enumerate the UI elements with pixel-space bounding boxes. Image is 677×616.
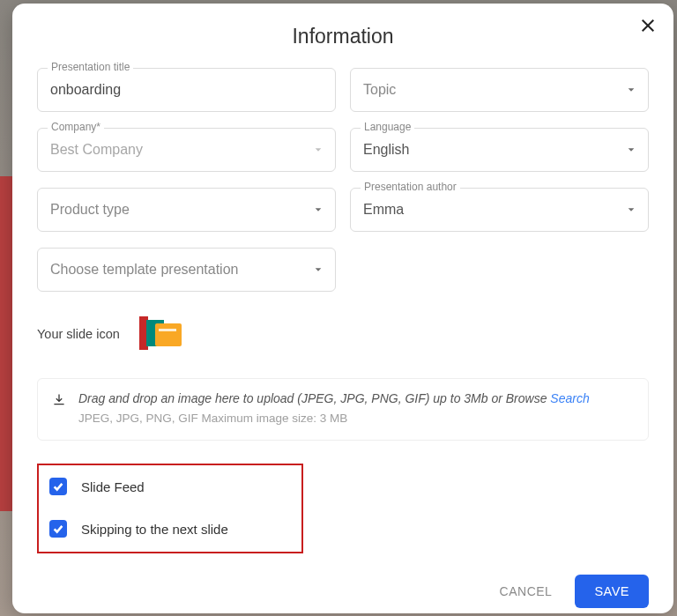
slide-icon-row: Your slide icon (37, 315, 649, 353)
form-left-column: Presentation title Company* Best Company… (37, 68, 336, 292)
company-value: Best Company (50, 142, 143, 158)
chevron-down-icon (314, 265, 323, 274)
template-placeholder: Choose template presentation (50, 262, 238, 278)
highlighted-checkbox-group: Slide Feed Skipping to the next slide (37, 464, 303, 553)
language-select[interactable]: English (350, 128, 649, 172)
form-grid: Presentation title Company* Best Company… (37, 68, 649, 292)
product-type-select[interactable]: Product type (37, 188, 336, 232)
chevron-down-icon (627, 145, 636, 154)
topic-placeholder: Topic (363, 82, 396, 98)
field-label: Language (361, 121, 414, 133)
chevron-down-icon (627, 85, 636, 94)
skipping-label: Skipping to the next slide (81, 522, 228, 537)
presentation-title-field: Presentation title (37, 68, 336, 112)
chevron-down-icon (314, 145, 323, 154)
form-right-column: Topic Language English Presentation auth… (350, 68, 649, 292)
slide-icon-thumbnail[interactable] (139, 315, 182, 353)
slide-icon-label: Your slide icon (37, 327, 120, 341)
modal-footer: CANCEL SAVE (37, 575, 649, 608)
company-field: Company* Best Company (37, 128, 336, 172)
information-modal: Information Presentation title Company* … (12, 4, 673, 613)
product-type-placeholder: Product type (50, 202, 130, 218)
template-select[interactable]: Choose template presentation (37, 248, 336, 292)
skipping-row: Skipping to the next slide (49, 520, 287, 538)
background-color-strip (0, 176, 12, 511)
slide-feed-row: Slide Feed (49, 478, 287, 495)
topic-field: Topic (350, 68, 649, 112)
image-dropzone[interactable]: Drag and drop an image here to upload (J… (37, 378, 649, 441)
presentation-title-input[interactable] (50, 82, 323, 98)
dropzone-search-link[interactable]: Search (550, 391, 589, 405)
template-field: Choose template presentation (37, 248, 336, 292)
author-select[interactable]: Emma (350, 188, 649, 232)
dropzone-text: Drag and drop an image here to upload (J… (78, 390, 590, 427)
language-field: Language English (350, 128, 649, 172)
slide-feed-checkbox[interactable] (49, 478, 67, 495)
company-select[interactable]: Best Company (37, 128, 336, 172)
cancel-button[interactable]: CANCEL (495, 575, 558, 607)
field-label: Presentation title (48, 61, 133, 73)
upload-icon (52, 392, 66, 406)
author-field: Presentation author Emma (350, 188, 649, 232)
product-type-field: Product type (37, 188, 336, 232)
close-icon[interactable] (638, 16, 658, 35)
author-value: Emma (363, 202, 404, 218)
dropzone-instruction: Drag and drop an image here to upload (J… (78, 391, 550, 405)
field-label: Company* (48, 121, 104, 133)
dropzone-subtext: JPEG, JPG, PNG, GIF Maximum image size: … (78, 410, 590, 427)
modal-title: Information (37, 25, 649, 48)
skipping-checkbox[interactable] (49, 520, 67, 538)
language-value: English (363, 142, 409, 158)
save-button[interactable]: SAVE (575, 575, 649, 608)
chevron-down-icon (627, 205, 636, 214)
chevron-down-icon (314, 205, 323, 214)
topic-select[interactable]: Topic (350, 68, 649, 112)
field-label: Presentation author (361, 181, 460, 193)
presentation-title-input-box[interactable] (37, 68, 336, 112)
slide-feed-label: Slide Feed (81, 479, 145, 494)
